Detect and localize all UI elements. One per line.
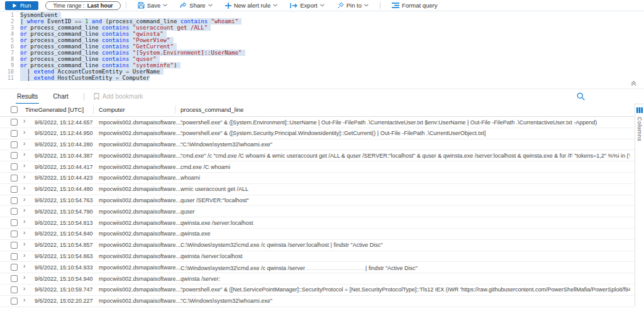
row-checkbox[interactable] <box>11 197 18 204</box>
line-number: 6 <box>0 43 20 50</box>
format-query-button[interactable]: Format query <box>392 2 438 9</box>
row-expand-chevron-icon[interactable]: › <box>23 196 25 203</box>
query-line[interactable]: 3or process_command_line contains "usera… <box>0 24 644 31</box>
row-checkbox[interactable] <box>11 119 18 126</box>
row-expand-chevron-icon[interactable]: › <box>23 151 25 158</box>
row-checkbox[interactable] <box>11 275 18 282</box>
row-checkbox[interactable] <box>11 219 18 226</box>
table-row[interactable]: ›9/6/2022, 15:12:44.657mpocwiis002.dsmap… <box>0 117 634 128</box>
table-row[interactable]: ›9/6/2022, 15:10:54.863mpocwiis002.dsmap… <box>0 251 634 263</box>
row-checkbox[interactable] <box>11 298 18 305</box>
table-row[interactable]: ›9/6/2022, 15:10:44.387mpocwiis002.dsmap… <box>0 150 634 161</box>
row-expand-chevron-icon[interactable]: › <box>23 173 25 180</box>
columns-panel-toggle[interactable]: Columns <box>635 104 644 306</box>
cell-computer: mpocwiis002.dsmapaisoftware.... <box>99 242 182 248</box>
table-row[interactable]: ›9/6/2022, 15:10:54.857mpocwiis002.dsmap… <box>0 240 634 251</box>
row-expand-chevron-icon[interactable]: › <box>23 285 25 292</box>
header-time-generated[interactable]: TimeGenerated [UTC] <box>25 106 84 113</box>
row-expand-chevron-icon[interactable]: › <box>23 252 25 259</box>
query-line[interactable]: 6or process_command_line contains "GetCu… <box>0 43 644 50</box>
row-expand-chevron-icon[interactable]: › <box>23 241 25 247</box>
row-expand-chevron-icon[interactable]: › <box>23 140 25 147</box>
cell-computer: mpocwiis002.dsmapaisoftware.... <box>99 286 182 293</box>
row-checkbox[interactable] <box>11 230 18 237</box>
time-range-picker[interactable]: Time range : Last hour <box>45 1 120 10</box>
table-row[interactable]: ›9/6/2022, 15:12:44.950mpocwiis002.dsmap… <box>0 128 634 139</box>
row-checkbox[interactable] <box>11 141 18 148</box>
row-checkbox[interactable] <box>11 264 18 271</box>
new-alert-rule-button[interactable]: New alert rule <box>225 2 278 9</box>
query-line[interactable]: 4or process_command_line contains "qwins… <box>0 31 644 37</box>
query-line[interactable]: 1SysmonEvent <box>0 12 644 18</box>
table-row[interactable]: ›9/6/2022, 15:02:20.227mpocwiis002.dsmap… <box>0 296 634 307</box>
row-checkbox[interactable] <box>11 152 18 159</box>
table-row[interactable]: ›9/6/2022, 15:10:54.940mpocwiis002.dsmap… <box>0 273 634 285</box>
query-line[interactable]: 11 | extend HostCustomEntity = Computer <box>0 75 644 81</box>
row-checkbox[interactable] <box>11 242 18 249</box>
row-checkbox[interactable] <box>11 130 18 137</box>
row-expand-chevron-icon[interactable]: › <box>23 117 25 124</box>
cell-time-generated: 9/6/2022, 15:12:44.657 <box>35 119 93 126</box>
row-expand-chevron-icon[interactable]: › <box>23 185 25 192</box>
time-range-value: Last hour <box>87 3 113 9</box>
row-expand-chevron-icon[interactable]: › <box>23 218 25 225</box>
share-button[interactable]: Share <box>180 2 212 9</box>
query-line[interactable]: 7or process_command_line contains "[Syst… <box>0 50 644 56</box>
row-checkbox[interactable] <box>11 286 18 293</box>
query-line-text: or process_command_line contains "quser" <box>20 56 160 62</box>
table-row[interactable]: ›9/6/2022, 15:10:59.747mpocwiis002.dsmap… <box>0 285 634 296</box>
run-button[interactable]: Run <box>5 1 38 10</box>
table-row[interactable]: ›9/6/2022, 15:10:54.840mpocwiis002.dsmap… <box>0 229 634 240</box>
cell-time-generated: 9/6/2022, 15:10:54.857 <box>35 242 93 248</box>
pin-to-button[interactable]: Pin to <box>337 2 369 9</box>
table-row[interactable]: ›9/6/2022, 15:10:54.763mpocwiis002.dsmap… <box>0 195 634 207</box>
export-button[interactable]: Export <box>290 2 324 9</box>
query-line-text: or process_command_line contains "PowerV… <box>20 37 174 43</box>
collapse-editor-button[interactable] <box>631 80 636 86</box>
row-expand-chevron-icon[interactable]: › <box>23 207 25 214</box>
row-expand-chevron-icon[interactable]: › <box>23 229 25 236</box>
cell-computer: mpocwiis002.dsmapaisoftware.... <box>99 141 182 148</box>
query-editor[interactable]: 1SysmonEvent 2| where EventID == 1 and (… <box>0 12 644 88</box>
search-results-button[interactable] <box>577 92 585 100</box>
results-tabbar: Results Chart Add bookmark <box>0 89 644 104</box>
query-line[interactable]: 2| where EventID == 1 and (process_comma… <box>0 18 644 24</box>
table-row[interactable]: ›9/6/2022, 15:10:44.417mpocwiis002.dsmap… <box>0 161 634 173</box>
row-expand-chevron-icon[interactable]: › <box>23 274 25 281</box>
row-checkbox[interactable] <box>11 253 18 260</box>
header-computer[interactable]: Computer <box>99 106 125 113</box>
cell-computer: mpocwiis002.dsmapaisoftware.... <box>99 164 182 170</box>
row-expand-chevron-icon[interactable]: › <box>23 296 25 303</box>
table-row[interactable]: ›9/6/2022, 15:10:44.423mpocwiis002.dsmap… <box>0 173 634 184</box>
cell-process-command-line: quser /SERVER:"localhost" <box>180 197 630 203</box>
query-line[interactable]: 10 | extend AccountCustomEntity = UserNa… <box>0 68 644 75</box>
row-expand-chevron-icon[interactable]: › <box>23 162 25 169</box>
line-number: 3 <box>0 24 20 31</box>
query-line[interactable]: 8or process_command_line contains "quser… <box>0 56 644 62</box>
table-row[interactable]: ›9/6/2022, 15:10:44.280mpocwiis002.dsmap… <box>0 139 634 151</box>
row-checkbox[interactable] <box>11 186 18 193</box>
row-checkbox[interactable] <box>11 208 18 215</box>
query-line[interactable]: 9or process_command_line contains "syste… <box>0 62 644 68</box>
columns-icon <box>636 107 643 113</box>
tab-results[interactable]: Results <box>17 89 38 104</box>
header-process-command-line[interactable]: process_command_line <box>180 106 243 113</box>
table-row[interactable]: ›9/6/2022, 15:10:54.813mpocwiis002.dsmap… <box>0 217 634 229</box>
row-expand-chevron-icon[interactable]: › <box>23 263 25 269</box>
add-bookmark-button[interactable]: Add bookmark <box>94 93 143 100</box>
row-expand-chevron-icon[interactable]: › <box>23 129 25 136</box>
cell-process-command-line: qwinsta.exe <box>180 230 630 237</box>
add-bookmark-label: Add bookmark <box>103 93 143 100</box>
table-row[interactable]: ›9/6/2022, 15:10:54.790mpocwiis002.dsmap… <box>0 206 634 217</box>
query-line[interactable]: 5or process_command_line contains "Power… <box>0 37 644 43</box>
format-lines-icon <box>392 3 399 8</box>
select-all-checkbox[interactable] <box>11 106 18 113</box>
save-button[interactable]: Save <box>138 2 168 9</box>
line-number: 11 <box>0 75 20 81</box>
table-row[interactable]: ›9/6/2022, 15:10:54.933mpocwiis002.dsmap… <box>0 262 634 273</box>
row-checkbox[interactable] <box>11 175 18 182</box>
cell-computer: mpocwiis002.dsmapaisoftware.... <box>99 298 182 304</box>
tab-chart[interactable]: Chart <box>53 89 68 104</box>
row-checkbox[interactable] <box>11 163 18 170</box>
table-row[interactable]: ›9/6/2022, 15:10:44.480mpocwiis002.dsmap… <box>0 184 634 195</box>
